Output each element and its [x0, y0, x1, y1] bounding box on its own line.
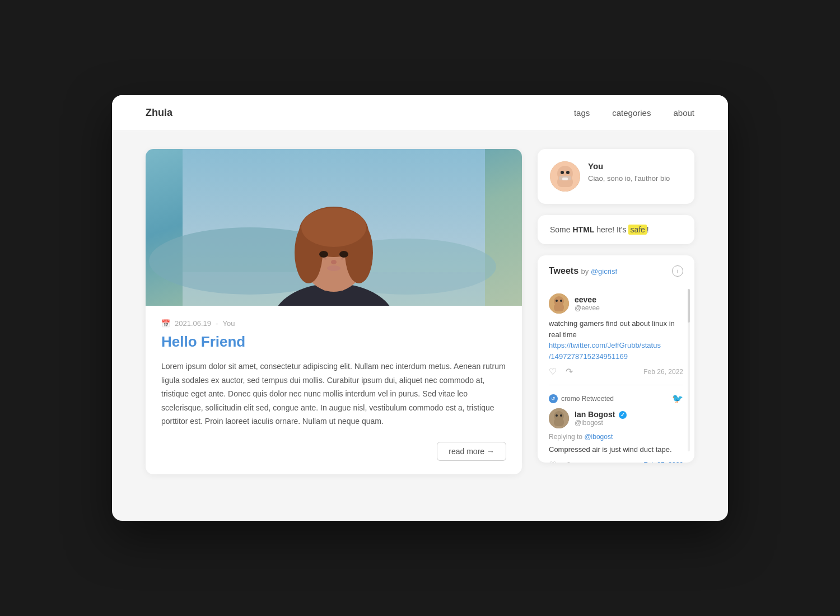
article-excerpt: Lorem ipsum dolor sit amet, consectetur …: [161, 360, 506, 428]
browser-window: Zhuia tags categories about: [112, 95, 728, 521]
svg-point-10: [301, 208, 366, 247]
article-meta: 📅 2021.06.19 - You: [161, 319, 506, 328]
svg-point-20: [561, 171, 564, 174]
nav-link-about[interactable]: about: [673, 108, 694, 118]
calendar-icon: 📅: [161, 319, 170, 328]
article-image: [146, 149, 522, 306]
tweets-handle[interactable]: @gicrisf: [591, 267, 617, 276]
tweet-username: Ian Bogost: [575, 410, 627, 419]
article-author: You: [222, 319, 235, 328]
tweet-avatar: [549, 408, 569, 428]
tweet-retweet-icon[interactable]: ↷: [566, 460, 573, 463]
twitter-bird-icon: 🐦: [672, 393, 683, 404]
tweets-widget: Tweets by @gicrisf i: [538, 255, 694, 463]
sidebar: You Ciao, sono io, l'author bio Some HTM…: [538, 149, 694, 463]
svg-point-32: [556, 414, 558, 417]
tweet-text: Compressed air is just wind duct tape.: [549, 444, 683, 455]
article-title: Hello Friend: [161, 333, 506, 351]
retweet-label: cromo Retweeted: [561, 395, 614, 403]
tweet-username: eevee: [575, 295, 600, 304]
article-date: 2021.06.19: [175, 319, 211, 328]
avatar-illustration: [550, 161, 580, 192]
tweet-item: eevee @eevee watching gamers find out ab…: [549, 286, 683, 385]
svg-point-12: [339, 251, 348, 258]
svg-point-11: [319, 251, 328, 258]
html-widget: Some HTML here! It's safe!: [538, 215, 694, 244]
nav-links: tags categories about: [574, 108, 694, 118]
tweets-title-area: Tweets by @gicrisf: [549, 266, 617, 276]
article-body: 📅 2021.06.19 - You Hello Friend Lorem ip…: [146, 306, 522, 474]
tweet-actions: ♡ ↷ Feb 26, 2022: [549, 366, 683, 377]
tweet-date: Feb 26, 2022: [643, 368, 683, 376]
tweet-user-info: eevee @eevee: [575, 295, 600, 312]
navigation: Zhuia tags categories about: [112, 95, 728, 131]
tweets-by: by @gicrisf: [581, 267, 618, 276]
tweet-handle: @eevee: [575, 304, 600, 312]
scroll-indicator: [688, 289, 690, 451]
reply-handle[interactable]: @ibogost: [584, 433, 613, 441]
html-widget-bold: HTML: [572, 225, 594, 234]
svg-point-27: [556, 300, 558, 302]
replying-to: Replying to @ibogost: [549, 433, 683, 441]
article-footer: read more →: [161, 442, 506, 461]
author-bio: Ciao, sono io, l'author bio: [588, 173, 682, 184]
nav-link-tags[interactable]: tags: [574, 108, 590, 118]
tweet-link[interactable]: https://twitter.com/JeffGrubb/status /14…: [549, 341, 661, 361]
retweet-banner: ↺ cromo Retweeted 🐦: [549, 393, 683, 404]
retweet-icon: ↺: [549, 394, 558, 403]
verified-badge: [619, 411, 627, 419]
tweet-actions: ♡ ↷ Feb 27, 2022: [549, 460, 683, 463]
tweet-handle: @ibogost: [575, 419, 627, 427]
tweet-like-icon[interactable]: ♡: [549, 366, 557, 377]
svg-point-16: [341, 258, 343, 260]
tweets-header: Tweets by @gicrisf i: [549, 265, 683, 277]
svg-point-21: [566, 171, 570, 174]
scroll-thumb: [688, 289, 690, 323]
svg-rect-26: [554, 304, 564, 311]
tweet-retweet-icon[interactable]: ↷: [566, 366, 573, 377]
article-separator: -: [216, 319, 218, 328]
html-widget-middle: here! It's: [594, 225, 628, 234]
svg-rect-31: [554, 418, 564, 426]
tweet-avatar-img: [549, 293, 569, 314]
tweet-item: ↺ cromo Retweeted 🐦: [549, 385, 683, 463]
tweet-action-icons: ♡ ↷: [549, 460, 634, 463]
svg-point-13: [331, 260, 337, 264]
tweet-date: Feb 27, 2022: [643, 461, 683, 463]
svg-point-33: [560, 414, 562, 417]
html-widget-suffix: !: [647, 225, 649, 234]
tweet-text: watching gamers find out about linux in …: [549, 318, 683, 362]
tweet-user: eevee @eevee: [549, 293, 683, 314]
read-more-button[interactable]: read more →: [437, 442, 506, 461]
tweet-avatar-img: [549, 408, 569, 428]
avatar: [550, 161, 580, 192]
html-widget-prefix: Some: [550, 225, 572, 234]
tweet-action-icons: ♡ ↷: [549, 366, 634, 377]
tweet-like-icon[interactable]: ♡: [549, 460, 557, 463]
site-logo[interactable]: Zhuia: [146, 107, 172, 119]
tweet-user: Ian Bogost @ibogost: [549, 408, 683, 428]
svg-point-15: [324, 258, 326, 260]
author-info: You Ciao, sono io, l'author bio: [588, 161, 682, 184]
portrait-svg: [146, 149, 522, 306]
tweet-avatar: [549, 293, 569, 314]
nav-link-categories[interactable]: categories: [612, 108, 651, 118]
svg-rect-23: [562, 178, 568, 180]
author-name: You: [588, 161, 682, 171]
svg-point-14: [327, 265, 340, 271]
author-card: You Ciao, sono io, l'author bio: [538, 149, 694, 204]
tweet-user-info: Ian Bogost @ibogost: [575, 410, 627, 427]
html-widget-highlight: safe: [628, 225, 646, 235]
main-content: 📅 2021.06.19 - You Hello Friend Lorem ip…: [112, 131, 728, 492]
tweets-title: Tweets: [549, 266, 578, 276]
article-card: 📅 2021.06.19 - You Hello Friend Lorem ip…: [146, 149, 522, 474]
tweets-info-icon[interactable]: i: [672, 265, 683, 277]
svg-point-28: [560, 300, 562, 302]
